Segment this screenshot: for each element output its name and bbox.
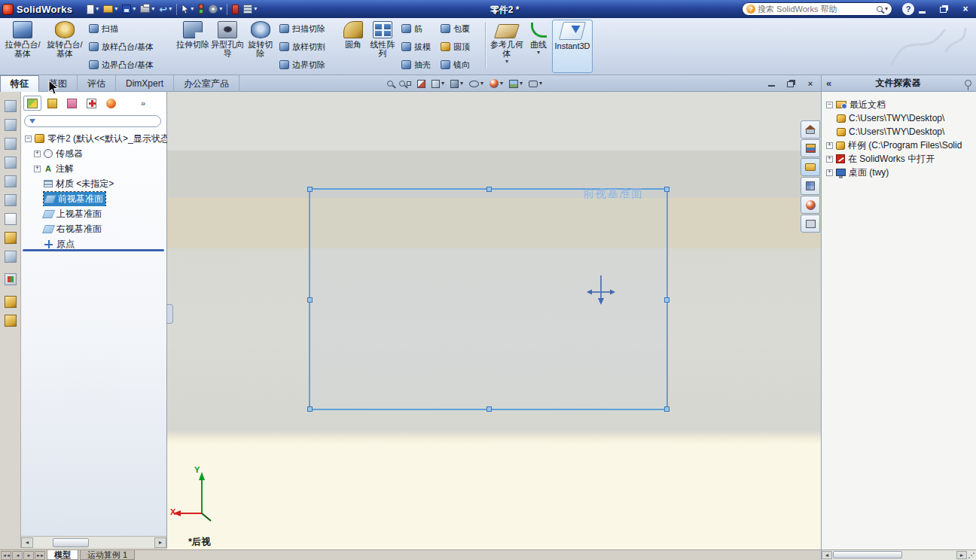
curves-button[interactable]: 曲线 ▾ [526,20,551,73]
toolbox-button[interactable] [230,2,241,17]
rebuild-button[interactable] [196,2,206,17]
tab-office-products[interactable]: 办公室产品 [174,75,239,92]
document-restore-button[interactable] [783,78,798,89]
plane-handle[interactable] [486,406,492,412]
collapse-pane-button[interactable]: « [826,78,831,89]
plane-handle[interactable] [486,187,492,192]
print-button[interactable]: ▾ [138,2,157,17]
fillet-button[interactable]: 圆角 [340,20,366,73]
select-button[interactable]: ▾ [179,2,196,17]
chevron-down-icon[interactable]: ▾ [191,6,194,12]
tab-features[interactable]: 特征 [0,75,39,92]
plane-handle[interactable] [307,297,313,303]
options-button[interactable]: ▾ [206,2,224,17]
panel-splitter-handle[interactable] [167,304,173,324]
rib-button[interactable]: 筋 [400,20,438,38]
featuremanager-tree-tab[interactable] [23,96,41,111]
left-toolbar-button-9[interactable] [2,248,19,265]
plane-handle[interactable] [307,187,313,192]
open-in-solidworks-node[interactable]: + 在 SolidWorks 中打开 [822,152,976,166]
collapse-icon[interactable]: − [826,102,833,108]
scrollbar-thumb[interactable] [833,551,902,558]
document-minimize-button[interactable] [764,78,779,89]
scroll-right-button[interactable]: ► [956,551,967,559]
propertymanager-tab[interactable] [43,96,61,111]
document-close-button[interactable]: × [803,78,818,89]
task-pane-hscrollbar[interactable]: ◄ ► [821,550,976,560]
expand-icon[interactable]: + [826,156,833,163]
tree-item-annotations[interactable]: + A 注解 [21,161,167,176]
tree-item-front-plane[interactable]: 前视基准面 [21,191,167,206]
chevron-down-icon[interactable]: ▾ [114,6,117,12]
displaymanager-tab[interactable] [102,96,120,111]
graphics-viewport[interactable]: 前视基准面 Y X *后视 [167,92,821,549]
pin-icon[interactable] [965,80,971,87]
chevron-down-icon[interactable]: ▾ [505,59,508,65]
next-tab-button[interactable]: ► [23,551,34,560]
zoom-fit-button[interactable] [386,77,395,90]
extruded-cut-button[interactable]: 拉伸切除 [175,20,210,73]
open-button[interactable]: ▾ [101,2,120,17]
left-toolbar-button-10[interactable] [2,271,19,288]
properties-button[interactable]: ▾ [241,2,259,17]
search-dropdown-icon[interactable]: ▾ [885,6,888,12]
undo-button[interactable]: ↩▾ [157,2,174,17]
extruded-boss-base-button[interactable]: 拉伸凸台/基体 [2,20,44,73]
lofted-cut-button[interactable]: 放样切割 [278,38,341,56]
tree-filter-input[interactable] [38,117,156,126]
chevron-down-icon[interactable]: ▾ [254,6,257,12]
resize-grip[interactable] [968,552,975,559]
left-toolbar-button-5[interactable] [2,173,19,190]
swept-cut-button[interactable]: 扫描切除 [278,20,341,38]
view-orientation-button[interactable]: ▾ [430,77,446,90]
scrollbar-thumb[interactable] [53,538,89,547]
scroll-right-button[interactable]: ► [154,537,166,548]
zoom-area-button[interactable] [398,77,413,90]
chevron-down-icon[interactable]: ▾ [133,6,136,12]
expand-icon[interactable]: + [34,166,41,172]
search-icon[interactable] [877,6,883,12]
tree-item-part-root[interactable]: − 零件2 (默认<<默认>_显示状态 [21,131,167,146]
hide-show-items-button[interactable]: ▾ [468,77,485,90]
section-view-button[interactable] [416,77,427,90]
chevron-down-icon[interactable]: ▾ [537,50,540,56]
scroll-left-button[interactable]: ◄ [21,537,33,548]
mirror-button[interactable]: 镜向 [439,56,483,74]
chevron-down-icon[interactable]: ▾ [96,6,99,12]
design-library-tab[interactable] [801,139,820,157]
scroll-left-button[interactable]: ◄ [822,551,832,559]
display-style-button[interactable]: ▾ [449,77,465,90]
revolved-cut-button[interactable]: 旋转切除 [245,20,276,73]
lofted-boss-button[interactable]: 放样凸台/基体 [87,38,175,56]
chevron-down-icon[interactable]: ▾ [441,81,444,87]
custom-properties-tab[interactable] [801,215,820,233]
left-toolbar-button-8[interactable] [2,230,19,246]
desktop-node[interactable]: + 桌面 (twy) [822,166,976,179]
expand-icon[interactable]: + [826,169,833,176]
dimxpertmanager-tab[interactable] [82,96,100,111]
chevron-down-icon[interactable]: ▾ [169,6,172,12]
edit-appearance-button[interactable]: ▾ [488,77,505,90]
left-toolbar-button-1[interactable] [2,98,19,114]
dome-button[interactable]: 圆顶 [439,38,483,56]
tab-dimxpert[interactable]: DimXpert [116,75,174,92]
view-palette-tab[interactable] [801,177,820,195]
wrap-button[interactable]: 包覆 [439,20,483,38]
chevron-down-icon[interactable]: ▾ [460,81,463,87]
swept-boss-button[interactable]: 扫描 [87,20,175,38]
chevron-down-icon[interactable]: ▾ [520,81,523,87]
left-toolbar-button-6[interactable] [2,192,19,208]
tree-item-material[interactable]: 材质 <未指定> [21,176,167,191]
model-tab[interactable]: 模型 [47,550,78,560]
tab-evaluate[interactable]: 评估 [78,75,116,92]
revolved-boss-base-button[interactable]: 旋转凸台/基体 [44,20,86,73]
close-button[interactable]: × [957,2,974,15]
motion-study-tab[interactable]: 运动算例 1 [80,550,135,560]
rollback-bar[interactable] [23,249,164,251]
reference-geometry-button[interactable]: 参考几何体 ▾ [489,20,525,73]
chevron-down-icon[interactable]: ▾ [539,81,542,87]
appearances-scenes-tab[interactable] [801,196,820,214]
minimize-button[interactable] [913,2,930,15]
left-toolbar-button-11[interactable] [2,294,19,310]
plane-handle[interactable] [664,406,669,412]
